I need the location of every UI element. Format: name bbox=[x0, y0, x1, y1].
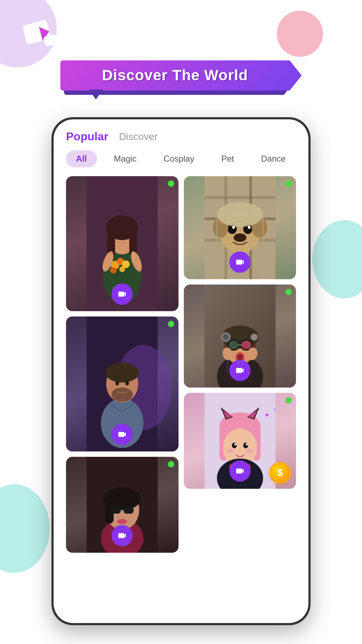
online-indicator bbox=[285, 180, 292, 187]
svg-point-87 bbox=[246, 449, 253, 453]
online-indicator bbox=[168, 461, 174, 467]
video-call-button[interactable] bbox=[229, 460, 251, 482]
tab-discover[interactable]: Discover bbox=[119, 131, 158, 142]
category-cosplay[interactable]: Cosplay bbox=[154, 150, 204, 167]
category-pet[interactable]: Pet bbox=[211, 150, 244, 167]
video-call-button[interactable] bbox=[111, 424, 133, 445]
svg-point-64 bbox=[241, 341, 251, 349]
online-indicator bbox=[168, 180, 174, 187]
banner-title: Discover The World bbox=[60, 67, 290, 84]
svg-rect-31 bbox=[111, 507, 121, 514]
phone-frame: Popular Discover All Magic Cosplay Pet D… bbox=[51, 117, 311, 625]
online-indicator bbox=[285, 289, 292, 295]
content-grid: $ bbox=[62, 176, 300, 553]
svg-point-67 bbox=[223, 334, 229, 340]
svg-point-82 bbox=[232, 443, 237, 448]
coin-symbol: $ bbox=[277, 467, 283, 478]
svg-point-83 bbox=[243, 443, 248, 448]
bg-decoration-teal-right bbox=[312, 220, 362, 298]
grid-item-steampunk[interactable] bbox=[184, 285, 296, 388]
svg-point-84 bbox=[234, 443, 236, 445]
svg-point-22 bbox=[105, 363, 139, 383]
svg-point-46 bbox=[248, 226, 251, 229]
categories-container: All Magic Cosplay Pet Dance bbox=[62, 150, 300, 167]
video-call-button[interactable] bbox=[111, 283, 133, 305]
screen-content: Popular Discover All Magic Cosplay Pet D… bbox=[54, 119, 308, 623]
svg-point-23 bbox=[111, 388, 133, 402]
svg-point-12 bbox=[110, 267, 116, 274]
tabs-container: Popular Discover bbox=[62, 130, 300, 143]
video-call-button[interactable] bbox=[111, 525, 133, 546]
grid-item-man[interactable] bbox=[66, 316, 179, 451]
svg-point-13 bbox=[119, 266, 125, 272]
category-dance[interactable]: Dance bbox=[251, 150, 295, 167]
app-logo-icon bbox=[21, 14, 60, 53]
svg-point-68 bbox=[251, 334, 258, 341]
svg-point-17 bbox=[125, 234, 128, 238]
bg-decoration-teal-left bbox=[0, 484, 50, 573]
grid-item-woman-sunglasses[interactable] bbox=[66, 457, 179, 553]
svg-point-86 bbox=[226, 449, 234, 453]
svg-rect-32 bbox=[124, 507, 133, 514]
category-all[interactable]: All bbox=[66, 150, 97, 167]
banner-tail bbox=[89, 90, 103, 99]
svg-point-47 bbox=[234, 233, 246, 242]
coin-badge[interactable]: $ bbox=[269, 462, 291, 483]
video-call-button[interactable] bbox=[229, 251, 251, 273]
svg-point-85 bbox=[246, 443, 248, 445]
banner: Discover The World bbox=[60, 60, 302, 99]
phone-screen: Popular Discover All Magic Cosplay Pet D… bbox=[54, 119, 308, 623]
online-indicator bbox=[285, 397, 292, 404]
category-magic[interactable]: Magic bbox=[104, 150, 147, 167]
bg-decoration-pink bbox=[277, 11, 323, 57]
video-call-button[interactable] bbox=[229, 360, 251, 381]
svg-point-24 bbox=[115, 381, 119, 385]
grid-item-pug[interactable] bbox=[184, 176, 296, 279]
svg-point-50 bbox=[217, 202, 263, 227]
tab-popular[interactable]: Popular bbox=[66, 130, 108, 143]
grid-item-woman-flowers[interactable] bbox=[66, 176, 179, 311]
online-indicator bbox=[168, 321, 174, 327]
svg-point-34 bbox=[117, 519, 127, 524]
svg-point-16 bbox=[116, 234, 119, 238]
svg-point-62 bbox=[229, 341, 238, 349]
svg-point-25 bbox=[125, 381, 129, 385]
grid-item-cosplay[interactable]: $ bbox=[184, 393, 296, 489]
